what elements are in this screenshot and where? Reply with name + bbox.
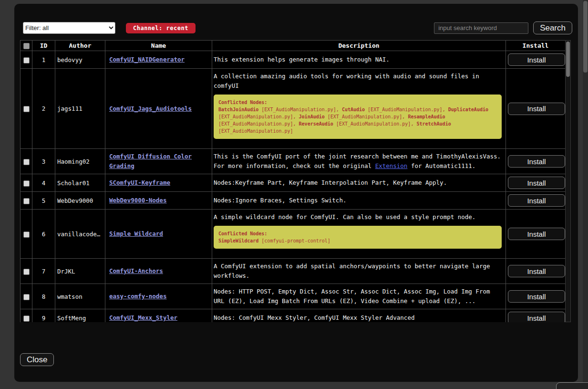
row-checkbox[interactable] bbox=[23, 57, 30, 63]
row-id: 5 bbox=[32, 192, 55, 210]
node-name-link[interactable]: Simple Wildcard bbox=[109, 230, 163, 237]
install-button[interactable]: Install bbox=[508, 265, 565, 277]
row-id: 6 bbox=[32, 210, 55, 259]
filter-select[interactable]: Filter: all bbox=[23, 22, 115, 34]
node-name-link[interactable]: ComfyUI Diffusion Color Grading bbox=[109, 153, 192, 169]
row-id: 2 bbox=[32, 69, 55, 149]
select-all-checkbox[interactable] bbox=[23, 43, 30, 49]
close-button[interactable]: Close bbox=[20, 353, 54, 366]
table-header-row: ID Author Name Description Install bbox=[21, 41, 566, 51]
row-author: WebDev9000 bbox=[55, 192, 105, 210]
row-author: bedovyy bbox=[55, 51, 105, 69]
install-button[interactable]: Install bbox=[508, 290, 565, 303]
row-description: Nodes: HTTP POST, Empty Dict, Assoc Str,… bbox=[212, 284, 506, 309]
description-text: A simple wildcard node for ComfyUI. Can … bbox=[214, 212, 503, 222]
row-author: vanillacode314 bbox=[55, 210, 105, 259]
row-description: A ComfyUI extension to add spatial ancho… bbox=[212, 259, 506, 284]
conflict-title: Conflicted Nodes: bbox=[218, 99, 497, 106]
table-row: 5 WebDev9000 WebDev9000-Nodes Nodes:Igno… bbox=[21, 192, 566, 210]
table-row: 9 SoftMeng ComfyUI_Mexx_Styler Nodes: Co… bbox=[21, 309, 566, 323]
row-checkbox[interactable] bbox=[23, 180, 30, 187]
install-button[interactable]: Install bbox=[508, 194, 565, 207]
table-row: 8 wmatson easy-comfy-nodes Nodes: HTTP P… bbox=[21, 284, 566, 309]
nodes-table-area: ID Author Name Description Install 1 bed… bbox=[20, 40, 571, 322]
row-id: 8 bbox=[32, 284, 55, 309]
row-checkbox[interactable] bbox=[23, 198, 30, 204]
install-button[interactable]: Install bbox=[508, 177, 565, 189]
col-header-description: Description bbox=[212, 41, 506, 51]
row-author: wmatson bbox=[55, 284, 105, 309]
row-checkbox[interactable] bbox=[23, 231, 30, 238]
channel-badge: Channel: recent bbox=[126, 23, 196, 33]
description-text: for Automatic1111. bbox=[407, 162, 475, 169]
row-description: This extension helps generate images thr… bbox=[212, 51, 506, 69]
row-description: A simple wildcard node for ComfyUI. Can … bbox=[212, 210, 506, 259]
nodes-table: ID Author Name Description Install 1 bed… bbox=[20, 40, 566, 322]
install-button[interactable]: Install bbox=[508, 155, 565, 168]
row-checkbox[interactable] bbox=[23, 106, 30, 112]
extension-link[interactable]: Extension bbox=[375, 162, 408, 169]
conflict-list: BatchJoinAudio [EXT_AudioManipulation.py… bbox=[218, 106, 497, 135]
col-header-install: Install bbox=[506, 41, 566, 51]
install-button[interactable]: Install bbox=[508, 53, 565, 66]
table-row: 3 Haoming02 ComfyUI Diffusion Color Grad… bbox=[21, 149, 566, 174]
custom-nodes-dialog: Filter: all Channel: recent Search ID Au… bbox=[14, 4, 578, 382]
row-id: 7 bbox=[32, 259, 55, 284]
node-name-link[interactable]: WebDev9000-Nodes bbox=[109, 197, 166, 204]
table-row: 4 Scholar01 SComfyUI-Keyframe Nodes:Keyf… bbox=[21, 174, 566, 192]
page-scrollbar[interactable] bbox=[583, 0, 588, 389]
install-button[interactable]: Install bbox=[508, 103, 565, 115]
node-name-link[interactable]: ComfyUI-Anchors bbox=[109, 267, 163, 274]
node-name-link[interactable]: easy-comfy-nodes bbox=[109, 293, 166, 300]
row-description: Nodes:Keyframe Part, Keyframe Interpolat… bbox=[212, 174, 506, 192]
install-button[interactable]: Install bbox=[508, 312, 565, 322]
table-row: 6 vanillacode314 Simple Wildcard A simpl… bbox=[21, 210, 566, 259]
row-id: 1 bbox=[32, 51, 55, 69]
row-checkbox[interactable] bbox=[23, 294, 30, 300]
node-name-link[interactable]: SComfyUI-Keyframe bbox=[109, 179, 170, 186]
row-id: 9 bbox=[32, 309, 55, 323]
col-header-id: ID bbox=[32, 41, 55, 51]
search-input[interactable] bbox=[434, 22, 528, 34]
col-header-name: Name bbox=[105, 41, 212, 51]
node-name-link[interactable]: ComfyUI_Mexx_Styler bbox=[109, 314, 177, 321]
row-description: A collection amazing audio tools for wor… bbox=[212, 69, 506, 149]
background-partial-button[interactable] bbox=[556, 382, 588, 389]
row-id: 3 bbox=[32, 149, 55, 174]
table-row: 1 bedovyy ComfyUI_NAIDGenerator This ext… bbox=[21, 51, 566, 69]
page-scrollbar-thumb[interactable] bbox=[583, 1, 588, 73]
search-button[interactable]: Search bbox=[533, 21, 572, 34]
node-name-link[interactable]: ComfyUI_Jags_Audiotools bbox=[109, 105, 192, 112]
table-row: 2 jags111 ComfyUI_Jags_Audiotools A coll… bbox=[21, 69, 566, 149]
row-description: Nodes:Ignore Braces, Settings Switch. bbox=[212, 192, 506, 210]
install-button[interactable]: Install bbox=[508, 228, 565, 240]
row-description: Nodes: ComfyUI Mexx Styler, ComfyUI Mexx… bbox=[212, 309, 506, 323]
description-text: A collection amazing audio tools for wor… bbox=[214, 72, 503, 91]
row-description: This is the ComfyUI port of the joint re… bbox=[212, 149, 506, 174]
conflict-title: Conflicted Nodes: bbox=[218, 230, 497, 237]
page-background: Filter: all Channel: recent Search ID Au… bbox=[0, 0, 588, 389]
row-author: DrJKL bbox=[55, 259, 105, 284]
conflict-list: SimpleWildcard [comfyui-prompt-control] bbox=[218, 237, 497, 244]
table-row: 7 DrJKL ComfyUI-Anchors A ComfyUI extens… bbox=[21, 259, 566, 284]
row-author: SoftMeng bbox=[55, 309, 105, 323]
table-scrollbar[interactable] bbox=[565, 40, 571, 322]
conflict-warning-box: Conflicted Nodes: SimpleWildcard [comfyu… bbox=[214, 226, 502, 249]
table-scrollbar-thumb[interactable] bbox=[566, 42, 570, 77]
row-author: jags111 bbox=[55, 69, 105, 149]
row-author: Scholar01 bbox=[55, 174, 105, 192]
row-checkbox[interactable] bbox=[23, 315, 30, 322]
row-id: 4 bbox=[32, 174, 55, 192]
row-checkbox[interactable] bbox=[23, 159, 30, 165]
conflict-warning-box: Conflicted Nodes: BatchJoinAudio [EXT_Au… bbox=[214, 95, 502, 139]
toolbar: Filter: all Channel: recent Search bbox=[20, 21, 572, 34]
node-name-link[interactable]: ComfyUI_NAIDGenerator bbox=[109, 56, 185, 63]
col-header-author: Author bbox=[55, 41, 105, 51]
row-checkbox[interactable] bbox=[23, 269, 30, 275]
row-author: Haoming02 bbox=[55, 149, 105, 174]
